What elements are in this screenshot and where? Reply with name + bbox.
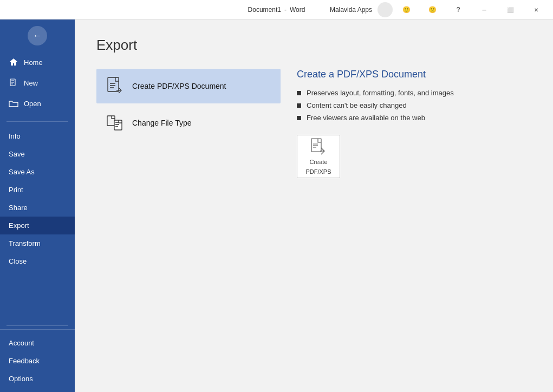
back-icon: ← xyxy=(33,31,42,41)
svg-rect-4 xyxy=(311,139,321,152)
document-title: Document1 xyxy=(248,6,281,14)
export-panel: Create a PDF/XPS Document Preserves layo… xyxy=(281,69,531,178)
bullet-item-1: Preserves layout, formatting, fonts, and… xyxy=(297,89,515,97)
sidebar-item-transform[interactable]: Transform xyxy=(0,234,75,252)
app-body: ← Home New xyxy=(0,19,553,392)
title-separator: - xyxy=(284,6,287,14)
sidebar-top: Home New Open xyxy=(0,48,75,118)
avatar xyxy=(378,2,393,17)
create-pdf-line2: PDF/XPS xyxy=(305,168,331,175)
minimize-button[interactable] xyxy=(472,0,497,19)
sidebar-item-label-home: Home xyxy=(24,58,43,67)
title-bar-center: Document1 - Word xyxy=(248,6,305,14)
pdf-xps-icon xyxy=(105,76,125,96)
page-title: Export xyxy=(96,37,531,54)
svg-rect-3 xyxy=(114,120,122,130)
sidebar-item-open[interactable]: Open xyxy=(0,93,75,114)
change-type-icon xyxy=(105,113,125,133)
sidebar-item-label-new: New xyxy=(24,79,38,87)
change-type-label: Change File Type xyxy=(132,119,191,127)
create-pdf-xps-button[interactable]: Create PDF/XPS xyxy=(297,135,340,178)
bullet-square-1 xyxy=(297,91,301,95)
sidebar-bottom: Account Feedback Options xyxy=(0,329,75,392)
sidebar-item-account[interactable]: Account xyxy=(0,334,75,352)
main-content: Export Creat xyxy=(75,19,553,392)
sidebar-item-share[interactable]: Share xyxy=(0,199,75,217)
sidebar-item-save-as[interactable]: Save As xyxy=(0,163,75,181)
open-icon xyxy=(9,99,18,108)
bullet-list: Preserves layout, formatting, fonts, and… xyxy=(297,89,515,122)
new-icon xyxy=(9,78,18,88)
sidebar-item-info[interactable]: Info xyxy=(0,127,75,145)
sidebar-divider-top xyxy=(6,121,68,122)
bullet-square-3 xyxy=(297,116,301,120)
export-list: Create PDF/XPS Document Change File Typ xyxy=(96,69,281,178)
app-title: Word xyxy=(290,6,305,14)
title-bar-right: Malavida Apps 🙂 🙁 ? xyxy=(330,0,549,19)
maximize-button[interactable] xyxy=(498,0,523,19)
bullet-square-2 xyxy=(297,103,301,108)
pdf-xps-label: Create PDF/XPS Document xyxy=(132,82,226,90)
sidebar-item-save[interactable]: Save xyxy=(0,145,75,163)
svg-rect-2 xyxy=(107,116,115,126)
create-pdf-line1: Create xyxy=(309,159,327,165)
org-name: Malavida Apps xyxy=(330,6,372,14)
feedback-sad-button[interactable]: 🙁 xyxy=(420,0,445,19)
sidebar: ← Home New xyxy=(0,19,75,392)
export-option-pdf-xps[interactable]: Create PDF/XPS Document xyxy=(96,69,281,103)
sidebar-item-new[interactable]: New xyxy=(0,73,75,93)
help-button[interactable]: ? xyxy=(446,0,471,19)
create-pdf-icon xyxy=(311,138,326,155)
back-button[interactable]: ← xyxy=(28,26,47,45)
sidebar-middle: Info Save Save As Print Share Export Tra… xyxy=(0,125,75,322)
bullet-item-2: Content can't be easily changed xyxy=(297,101,515,109)
home-icon xyxy=(9,57,18,67)
sidebar-item-feedback[interactable]: Feedback xyxy=(0,352,75,370)
close-button[interactable] xyxy=(524,0,549,19)
sidebar-item-close[interactable]: Close xyxy=(0,252,75,270)
sidebar-item-print[interactable]: Print xyxy=(0,181,75,199)
svg-rect-1 xyxy=(108,77,119,92)
title-bar: Document1 - Word Malavida Apps 🙂 🙁 ? xyxy=(0,0,553,19)
sidebar-divider-bottom xyxy=(6,325,68,326)
emoji-button[interactable]: 🙂 xyxy=(394,0,419,19)
sidebar-item-export[interactable]: Export xyxy=(0,217,75,234)
export-option-change-type[interactable]: Change File Type xyxy=(96,106,281,140)
sidebar-item-options[interactable]: Options xyxy=(0,370,75,388)
sidebar-item-label-open: Open xyxy=(24,100,41,108)
bullet-item-3: Free viewers are available on the web xyxy=(297,114,515,122)
panel-title: Create a PDF/XPS Document xyxy=(297,69,515,80)
sidebar-item-home[interactable]: Home xyxy=(0,52,75,73)
export-options: Create PDF/XPS Document Change File Typ xyxy=(96,69,531,178)
